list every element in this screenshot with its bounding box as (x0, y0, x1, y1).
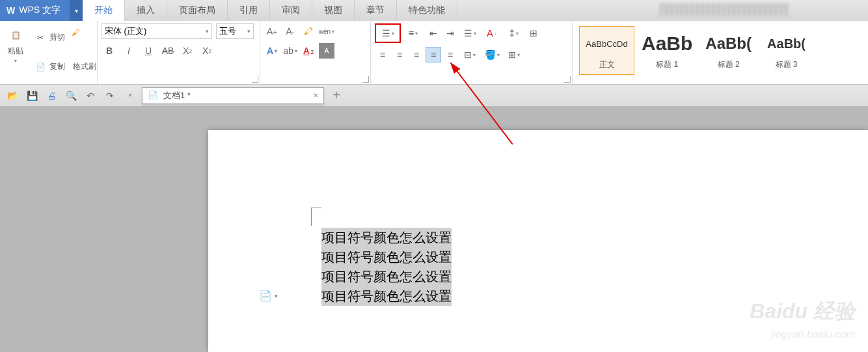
strikethrough-button[interactable]: AB (160, 43, 176, 59)
justify-icon: ≡ (431, 49, 436, 60)
watermark: Baidu 经验 (750, 297, 855, 326)
indent-left-icon: ⇤ (429, 28, 437, 38)
phonetic-button[interactable]: wén▾ (319, 23, 334, 39)
copy-button[interactable]: 📄 复制 (31, 59, 68, 75)
shrink-font-button[interactable]: A- (282, 23, 298, 39)
close-tab-button[interactable]: × (313, 90, 318, 100)
blurred-area (660, 3, 790, 16)
style-preview: AaBb( (705, 31, 752, 57)
chevron-down-icon: ▾ (247, 28, 251, 34)
ribbon-group-font: 宋体 (正文) ▾ 五号 ▾ B I U AB X2 X2 (98, 21, 260, 84)
line-spacing-button[interactable]: ‡▾ (504, 25, 524, 41)
tab-page-layout[interactable]: 页面布局 (167, 0, 228, 21)
tab-features[interactable]: 特色功能 (397, 0, 457, 21)
decrease-indent-button[interactable]: ⇤ (426, 25, 441, 41)
tabs-button[interactable]: ⊟▾ (459, 47, 480, 62)
align-right-button[interactable]: ≡ (409, 47, 424, 62)
font-size-value: 五号 (219, 25, 236, 37)
style-preview: AaBb( (765, 31, 808, 57)
style-heading3[interactable]: AaBb( 标题 3 (759, 26, 814, 75)
paste-button[interactable]: 📋 粘贴 ▾ (4, 23, 27, 81)
quick-access-bar: 📂 💾 🖨 🔍 ↶ ↷ ▾ 📄 文档1 * × + (0, 85, 868, 107)
style-heading2[interactable]: AaBb( 标题 2 (699, 26, 757, 75)
tab-section[interactable]: 章节 (355, 0, 397, 21)
distribute-button[interactable]: ≡ (442, 47, 458, 62)
print-button[interactable]: 🖨 (44, 88, 59, 103)
indent-right-icon: ⇥ (446, 28, 454, 38)
align-right-icon: ≡ (414, 49, 419, 60)
pilcrow-icon: ⊞ (530, 28, 537, 38)
bold-button[interactable]: B (102, 43, 117, 59)
tab-home[interactable]: 开始 (83, 0, 125, 21)
app-menu-dropdown[interactable]: ▾ (70, 0, 83, 21)
show-marks-button[interactable]: ⊞ (526, 25, 541, 41)
bullets-button[interactable]: ☰▾ (377, 25, 399, 41)
highlight-color-button[interactable]: ab▾ (282, 43, 298, 59)
text-line: 项目符号颜色怎么设置 (321, 247, 452, 267)
tab-review[interactable]: 审阅 (270, 0, 312, 21)
undo-button[interactable]: ↶ (83, 88, 98, 103)
qat-more-button[interactable]: ▾ (122, 88, 137, 103)
style-normal[interactable]: AaBbCcDd 正文 (579, 26, 634, 75)
char-shading-button[interactable]: A (319, 43, 334, 59)
font-launcher[interactable] (252, 76, 258, 83)
style-label: 标题 2 (705, 59, 752, 70)
redo-button[interactable]: ↷ (103, 88, 117, 103)
style-label: 标题 1 (642, 59, 692, 70)
doc-icon: 📄 (148, 90, 158, 100)
page-option-icon[interactable]: 📄▾ (259, 290, 278, 302)
font-size-combo[interactable]: 五号 ▾ (216, 23, 254, 39)
para-launcher[interactable] (564, 76, 571, 83)
distribute-icon: ≡ (448, 49, 453, 60)
justify-button[interactable]: ≡ (426, 47, 441, 62)
underline-button[interactable]: U (141, 43, 156, 59)
subscript-button[interactable]: X2 (199, 43, 215, 59)
align-center-button[interactable]: ≡ (392, 47, 407, 62)
style-label: 标题 3 (765, 59, 808, 70)
format-painter-big[interactable]: 🖌 (64, 21, 87, 81)
direction-icon: ☰ (464, 28, 472, 38)
document-content[interactable]: 项目符号颜色怎么设置 项目符号颜色怎么设置 项目符号颜色怎么设置 项目符号颜色怎… (321, 228, 452, 306)
save-button[interactable]: 💾 (25, 88, 39, 103)
ribbon-group-font2: A+ A- 🖍 wén▾ A▾ ab▾ A▾ A (260, 21, 371, 84)
borders-button[interactable]: ⊞▾ (504, 47, 524, 62)
sort-button[interactable]: A↓ (481, 25, 502, 41)
style-label: 正文 (585, 59, 629, 70)
paste-label: 粘贴 (8, 46, 23, 57)
open-button[interactable]: 📂 (5, 88, 20, 103)
text-line: 项目符号颜色怎么设置 (321, 286, 452, 306)
increase-indent-button[interactable]: ⇥ (442, 25, 458, 41)
cut-label: 剪切 (49, 32, 65, 43)
superscript-button[interactable]: X2 (180, 43, 195, 59)
border-icon: ⊞ (508, 49, 516, 60)
ribbon-group-paragraph: ☰▾ ≡▾ ⇤ ⇥ ☰▾ A↓ ‡▾ ⊞ ≡ ≡ ≡ ≡ ≡ ⊟▾ 🪣▾ ⊞▾ (371, 21, 573, 84)
grow-font-button[interactable]: A+ (264, 23, 280, 39)
font-family-combo[interactable]: 宋体 (正文) ▾ (102, 23, 212, 39)
tab-insert[interactable]: 插入 (125, 0, 167, 21)
text-line: 项目符号颜色怎么设置 (321, 228, 452, 247)
cut-icon: ✂ (34, 31, 47, 44)
document-tab[interactable]: 📄 文档1 * × (142, 87, 324, 104)
tab-references[interactable]: 引用 (228, 0, 270, 21)
bullets-icon: ☰ (382, 28, 390, 38)
align-left-icon: ≡ (380, 49, 385, 60)
app-logo-icon: W (7, 5, 15, 16)
font-color-button[interactable]: A▾ (301, 43, 316, 59)
highlight-button[interactable]: 🖍 (301, 23, 316, 39)
watermark-sub: jingyan.baidu.com (771, 329, 855, 340)
text-effect-button[interactable]: A▾ (264, 43, 280, 59)
shading-button[interactable]: 🪣▾ (481, 47, 502, 62)
style-heading1[interactable]: AaBb 标题 1 (636, 26, 698, 75)
text-direction-button[interactable]: ☰▾ (459, 25, 480, 41)
numbering-button[interactable]: ≡▾ (402, 25, 424, 41)
title-bar: W WPS 文字 ▾ 开始 插入 页面布局 引用 审阅 视图 章节 特色功能 (0, 0, 868, 21)
tab-view[interactable]: 视图 (312, 0, 355, 21)
new-tab-button[interactable]: + (329, 88, 344, 103)
print-preview-button[interactable]: 🔍 (64, 88, 78, 103)
tabs-icon: ⊟ (464, 49, 472, 60)
copy-icon: 📄 (34, 61, 47, 74)
app-badge[interactable]: W WPS 文字 (0, 0, 70, 21)
font2-launcher[interactable] (362, 76, 369, 83)
align-left-button[interactable]: ≡ (375, 47, 390, 62)
italic-button[interactable]: I (121, 43, 137, 59)
